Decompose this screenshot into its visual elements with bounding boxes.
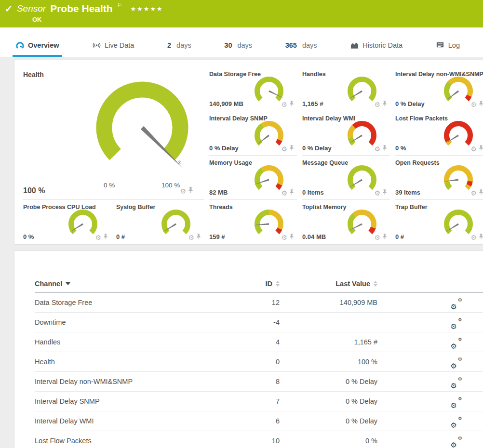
gauge-arc: [51, 69, 215, 189]
gauge-value: 82 MB: [209, 189, 228, 196]
pin-icon[interactable]: [188, 186, 193, 196]
cell-channel[interactable]: Handles: [35, 338, 231, 346]
tab-365-days[interactable]: 365days: [282, 36, 320, 57]
sensor-header: ✓ Sensor Probe Health ⚐ ★★★★★ OK: [0, 0, 483, 27]
pin-icon[interactable]: [382, 233, 387, 242]
gear-icon[interactable]: ⚙: [374, 101, 380, 108]
cell-id: 8: [231, 378, 280, 385]
gear-icon[interactable]: ⚙: [281, 234, 287, 241]
gear-icon[interactable]: ⚙: [188, 234, 194, 241]
pin-icon[interactable]: [289, 233, 294, 242]
cell-channel[interactable]: Lost Flow Packets: [35, 437, 231, 445]
cell-channel[interactable]: Interval Delay SNMP: [35, 397, 231, 405]
pin-icon[interactable]: [382, 189, 387, 198]
table-row-health[interactable]: Health0100 %⚙⚙: [35, 352, 483, 372]
cell-last-value: 0 % Delay: [280, 378, 377, 385]
flag-icon[interactable]: ⚐: [117, 2, 122, 9]
tab-overview[interactable]: Overview: [13, 36, 62, 57]
column-header-id[interactable]: ID: [231, 280, 280, 288]
cell-id: 7: [231, 397, 280, 405]
column-header-channel[interactable]: Channel: [35, 280, 231, 288]
gauge-title: Open Requests: [395, 159, 440, 166]
gauge-value: 39 Items: [395, 189, 420, 196]
gauge-min-label: 0 %: [104, 182, 115, 189]
gear-icon[interactable]: ⚙: [374, 145, 380, 152]
tab-log[interactable]: Log: [433, 36, 463, 57]
gauge-title: Threads: [209, 204, 233, 211]
pin-icon[interactable]: [382, 145, 387, 153]
cell-id: 12: [231, 299, 280, 306]
pin-icon[interactable]: [289, 100, 294, 109]
gauge-tile-threads: Threads159 #⚙: [209, 200, 297, 244]
tab-live-data[interactable]: Live Data: [89, 36, 137, 57]
sort-icon: [276, 281, 280, 287]
cell-channel[interactable]: Downtime: [35, 318, 231, 326]
table-row-handles[interactable]: Handles41,165 #⚙⚙: [35, 332, 483, 352]
sensor-type-label: Sensor: [17, 3, 46, 14]
cell-channel[interactable]: Interval Delay non-WMI&SNMP: [35, 378, 231, 385]
gauge-tile-probe-process-cpu-load: Probe Process CPU Load0 %⚙: [23, 200, 111, 244]
pin-icon[interactable]: [479, 189, 483, 198]
tab-label: Overview: [28, 41, 59, 49]
pin-icon[interactable]: [479, 233, 483, 242]
tab-bar: OverviewLive Data2days30days365daysHisto…: [0, 27, 483, 57]
gauge-value: 100 %: [23, 186, 45, 195]
gear-icon[interactable]: ⚙: [281, 190, 287, 197]
gear-icon[interactable]: ⚙: [374, 190, 380, 197]
gauge-value: 0 % Delay: [395, 100, 425, 107]
gear-icon[interactable]: ⚙: [95, 234, 101, 241]
gear-icon[interactable]: ⚙: [281, 101, 287, 108]
table-row-data-storage-free[interactable]: Data Storage Free12140,909 MB⚙⚙: [35, 293, 483, 313]
gauge-max-label: 100 %: [161, 182, 180, 189]
gauge-tile-lost-flow-packets: Lost Flow Packets0 %⚙: [395, 111, 483, 156]
status-badge: OK: [32, 16, 483, 23]
gauge-tile-open-requests: Open Requests39 Items⚙: [395, 156, 483, 200]
table-row-downtime[interactable]: Downtime-4⚙⚙: [35, 313, 483, 332]
cell-id: 0: [231, 358, 280, 366]
gauge-tile-interval-delay-non-wmi-snmp: Interval Delay non-WMI&SNMP0 % Delay⚙: [395, 67, 483, 111]
cell-last-value: 140,909 MB: [280, 299, 377, 306]
column-header-last-value[interactable]: Last Value: [280, 280, 377, 288]
gear-icon[interactable]: ⚙: [470, 145, 477, 152]
tab-30-days[interactable]: 30days: [221, 36, 255, 57]
table-row-interval-delay-non-wmi-snmp[interactable]: Interval Delay non-WMI&SNMP80 % Delay⚙⚙: [35, 372, 483, 392]
pin-icon[interactable]: [103, 233, 108, 242]
pin-icon[interactable]: [479, 145, 483, 153]
gear-icon[interactable]: ⚙: [470, 234, 477, 241]
cell-channel[interactable]: Data Storage Free: [35, 299, 231, 306]
table-row-interval-delay-snmp[interactable]: Interval Delay SNMP70 % Delay⚙⚙: [35, 392, 483, 411]
gear-icon[interactable]: ⚙: [470, 190, 477, 197]
pin-icon[interactable]: [289, 189, 294, 198]
pin-icon[interactable]: [479, 100, 483, 109]
tab-historic-data[interactable]: Historic Data: [347, 36, 405, 57]
gear-icon[interactable]: ⚙: [374, 234, 380, 241]
cell-id: 10: [231, 437, 280, 445]
cell-id: 6: [231, 417, 280, 425]
priority-stars[interactable]: ★★★★★: [130, 5, 163, 13]
pin-icon[interactable]: [382, 100, 387, 109]
table-row-lost-flow-packets[interactable]: Lost Flow Packets100 %⚙⚙: [35, 431, 483, 448]
gauge-title: Health: [23, 71, 44, 79]
gear-icon[interactable]: ⚙: [180, 188, 186, 195]
sort-desc-icon: [66, 282, 70, 285]
average-marker: x̄: [178, 158, 181, 166]
gauge-value: 0.04 MB: [302, 233, 326, 240]
pin-icon[interactable]: [196, 233, 201, 242]
gauge-tile-toplist-memory: Toplist Memory0.04 MB⚙: [302, 200, 390, 244]
gauge-value: 1,165 #: [302, 100, 323, 107]
tab-word: days: [237, 41, 252, 49]
gear-icon[interactable]: ⚙: [281, 145, 287, 152]
table-body: Data Storage Free12140,909 MB⚙⚙Downtime-…: [35, 293, 483, 448]
cell-last-value: 0 %: [280, 437, 377, 445]
gear-icon[interactable]: ⚙: [470, 101, 477, 108]
channel-table-panel: Channel ID Last Value Data Storage Free1…: [14, 251, 483, 448]
cell-channel[interactable]: Health: [35, 358, 231, 366]
tab-2-days[interactable]: 2days: [164, 36, 194, 57]
gauge-tile-handles: Handles1,165 #⚙: [302, 67, 390, 111]
table-header-row: Channel ID Last Value: [35, 275, 483, 293]
table-row-interval-delay-wmi[interactable]: Interval Delay WMI60 % Delay⚙⚙: [35, 411, 483, 431]
gauge-tile-interval-delay-wmi: Interval Delay WMI0 % Delay⚙: [302, 111, 390, 156]
gauge-tile-trap-buffer: Trap Buffer0 #⚙: [395, 200, 483, 244]
pin-icon[interactable]: [289, 145, 294, 153]
cell-channel[interactable]: Interval Delay WMI: [35, 417, 231, 425]
